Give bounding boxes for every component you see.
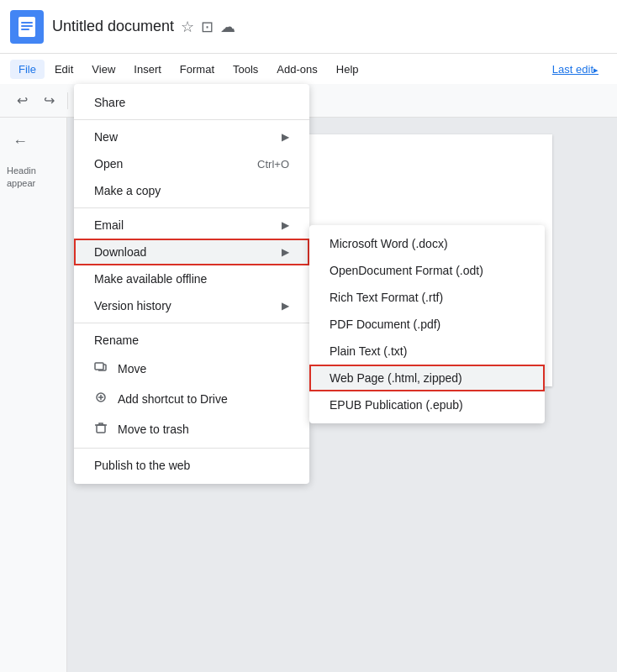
divider-4	[74, 448, 309, 449]
share-label: Share	[94, 96, 125, 109]
menu-format[interactable]: Format	[171, 60, 223, 79]
menu-item-move[interactable]: Move	[74, 354, 309, 384]
pdf-label: PDF Document (.pdf)	[330, 318, 440, 331]
submenu-item-odt[interactable]: OpenDocument Format (.odt)	[309, 257, 545, 284]
menu-item-share[interactable]: Share	[74, 89, 309, 116]
move-trash-label: Move to trash	[118, 423, 189, 436]
svg-rect-7	[97, 425, 105, 433]
left-sidebar: ← Headinappear	[0, 118, 67, 672]
download-label: Download	[94, 245, 146, 259]
download-submenu: Microsoft Word (.docx) OpenDocument Form…	[309, 225, 545, 423]
menu-item-make-copy[interactable]: Make a copy	[74, 177, 309, 204]
menu-item-version-history[interactable]: Version history ▶	[74, 292, 309, 319]
sidebar-back-button[interactable]: ←	[7, 128, 34, 155]
top-bar: Untitled document ☆ ⊡ ☁	[0, 0, 617, 54]
new-arrow: ▶	[282, 131, 289, 143]
trash-icon	[94, 421, 111, 438]
svg-rect-4	[21, 29, 29, 30]
doc-title-row: Untitled document ☆ ⊡ ☁	[52, 18, 235, 36]
doc-title: Untitled document	[52, 18, 174, 35]
epub-label: EPUB Publication (.epub)	[330, 398, 463, 412]
submenu-item-pdf[interactable]: PDF Document (.pdf)	[309, 311, 545, 338]
email-arrow: ▶	[282, 219, 289, 231]
html-label: Web Page (.html, zipped)	[330, 371, 462, 385]
move-icon	[94, 360, 111, 377]
version-history-label: Version history	[94, 299, 171, 312]
menu-bar: File Edit View Insert Format Tools Add-o…	[0, 54, 617, 84]
email-label: Email	[94, 218, 124, 232]
menu-item-move-trash[interactable]: Move to trash	[74, 414, 309, 444]
make-offline-label: Make available offline	[94, 272, 207, 286]
move-label: Move	[118, 362, 146, 375]
menu-item-make-offline[interactable]: Make available offline	[74, 265, 309, 292]
divider-3	[74, 323, 309, 323]
menu-addons[interactable]: Add-ons	[268, 60, 325, 79]
shortcut-icon	[94, 391, 111, 407]
divider-2	[74, 207, 309, 208]
star-icon[interactable]: ☆	[181, 18, 194, 36]
undo-button[interactable]: ↩	[10, 89, 34, 113]
menu-tools[interactable]: Tools	[224, 60, 266, 79]
cloud-icon[interactable]: ☁	[220, 18, 235, 36]
open-shortcut: Ctrl+O	[257, 158, 289, 171]
submenu-item-html[interactable]: Web Page (.html, zipped)	[309, 365, 545, 391]
txt-label: Plain Text (.txt)	[330, 344, 407, 358]
rename-label: Rename	[94, 333, 139, 347]
toolbar-separator-1	[67, 92, 68, 109]
docx-label: Microsoft Word (.docx)	[330, 237, 448, 250]
new-label: New	[94, 130, 118, 144]
divider-1	[74, 119, 309, 120]
menu-item-download[interactable]: Download ▶	[74, 239, 309, 265]
menu-item-add-shortcut[interactable]: Add shortcut to Drive	[74, 384, 309, 414]
menu-last-edit[interactable]: Last edit▸	[544, 60, 607, 79]
doc-title-area: Untitled document ☆ ⊡ ☁	[52, 18, 235, 36]
make-copy-label: Make a copy	[94, 184, 161, 197]
sidebar-heading-label: Headinappear	[7, 165, 60, 191]
odt-label: OpenDocument Format (.odt)	[330, 264, 483, 277]
folder-icon[interactable]: ⊡	[201, 18, 214, 36]
add-shortcut-label: Add shortcut to Drive	[118, 392, 228, 406]
svg-rect-3	[21, 25, 33, 27]
submenu-item-epub[interactable]: EPUB Publication (.epub)	[309, 391, 545, 418]
menu-item-publish[interactable]: Publish to the web	[74, 452, 309, 479]
version-history-arrow: ▶	[282, 300, 289, 312]
menu-insert[interactable]: Insert	[125, 60, 170, 79]
svg-rect-2	[21, 22, 33, 24]
download-arrow: ▶	[282, 246, 289, 258]
file-menu: Share New ▶ Open Ctrl+O Make a copy Emai…	[74, 84, 309, 484]
menu-edit[interactable]: Edit	[46, 60, 82, 79]
submenu-item-rtf[interactable]: Rich Text Format (.rtf)	[309, 284, 545, 311]
menu-item-rename[interactable]: Rename	[74, 327, 309, 354]
menu-item-open[interactable]: Open Ctrl+O	[74, 150, 309, 177]
rtf-label: Rich Text Format (.rtf)	[330, 291, 443, 304]
redo-button[interactable]: ↪	[37, 89, 61, 113]
menu-file[interactable]: File	[10, 60, 45, 79]
submenu-item-txt[interactable]: Plain Text (.txt)	[309, 338, 545, 365]
open-label: Open	[94, 157, 123, 171]
menu-view[interactable]: View	[83, 60, 124, 79]
publish-label: Publish to the web	[94, 459, 190, 472]
submenu-item-docx[interactable]: Microsoft Word (.docx)	[309, 230, 545, 257]
menu-help[interactable]: Help	[328, 60, 367, 79]
app-icon	[10, 10, 44, 44]
menu-item-new[interactable]: New ▶	[74, 123, 309, 150]
menu-item-email[interactable]: Email ▶	[74, 212, 309, 239]
svg-rect-5	[95, 363, 103, 370]
